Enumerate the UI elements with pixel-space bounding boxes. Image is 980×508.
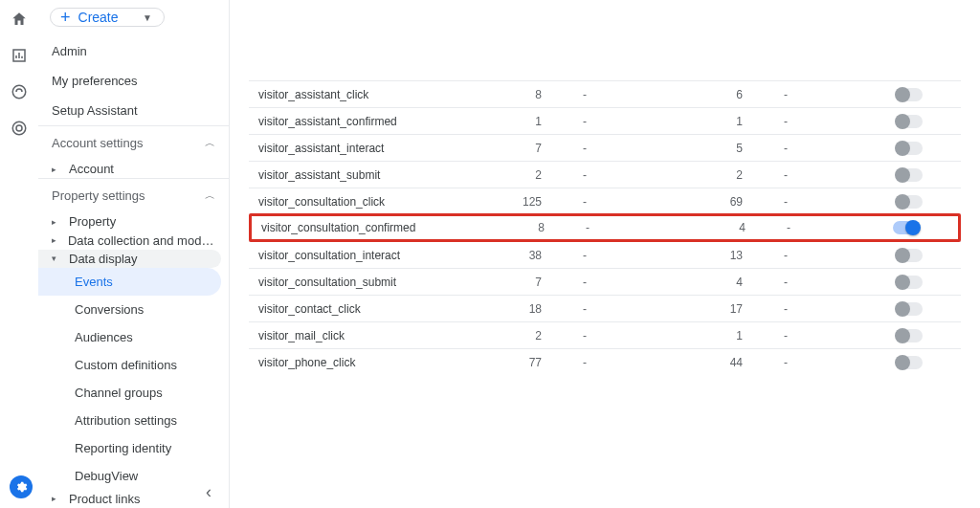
- event-change-1: -: [551, 356, 618, 369]
- nav-product-links[interactable]: ▸ Product links: [38, 490, 229, 508]
- mark-conversion-toggle[interactable]: [896, 168, 923, 182]
- event-change-1: -: [551, 115, 618, 128]
- home-icon[interactable]: [10, 10, 29, 29]
- mark-conversion-toggle[interactable]: [896, 115, 923, 128]
- event-name[interactable]: visitor_consultation_confirmed: [252, 221, 472, 234]
- table-row: visitor_mail_click2-1-: [249, 321, 961, 348]
- event-count-1: 7: [469, 142, 551, 155]
- event-change-1: -: [551, 249, 618, 262]
- nav-admin[interactable]: Admin: [38, 36, 229, 66]
- mark-conversion-toggle[interactable]: [896, 302, 923, 316]
- mark-conversion-toggle[interactable]: [896, 88, 923, 101]
- mark-conversion-toggle[interactable]: [896, 329, 923, 342]
- reports-icon[interactable]: [10, 46, 29, 65]
- event-name[interactable]: visitor_phone_click: [249, 356, 469, 369]
- table-row: visitor_assistant_interact7-5-: [249, 134, 961, 161]
- event-change-1: -: [551, 329, 618, 342]
- event-change-1: -: [554, 221, 621, 234]
- event-count-2: 17: [618, 302, 752, 316]
- mark-conversion-toggle[interactable]: [896, 142, 923, 155]
- nav-sub-attribution-settings[interactable]: Attribution settings: [38, 407, 229, 434]
- nav-my-preferences[interactable]: My preferences: [38, 66, 229, 96]
- property-settings-header[interactable]: Property settings ︿: [38, 178, 229, 212]
- dropdown-triangle-icon: ▼: [143, 12, 152, 23]
- event-change-1: -: [551, 195, 618, 209]
- account-settings-label: Account settings: [52, 136, 143, 150]
- mark-conversion-toggle[interactable]: [896, 195, 923, 209]
- mark-conversion-toggle[interactable]: [893, 221, 920, 234]
- event-change-2: -: [752, 88, 819, 101]
- event-name[interactable]: visitor_mail_click: [249, 329, 469, 342]
- event-change-2: -: [752, 195, 819, 209]
- event-change-1: -: [551, 88, 618, 101]
- nav-property[interactable]: ▸ Property: [38, 212, 229, 231]
- nav-sub-conversions[interactable]: Conversions: [38, 296, 229, 323]
- nav-sub-events[interactable]: Events: [38, 268, 221, 296]
- event-count-1: 1: [469, 115, 551, 128]
- caret-right-icon: ▸: [52, 165, 61, 174]
- event-change-1: -: [551, 142, 618, 155]
- event-change-2: -: [752, 249, 819, 262]
- caret-down-icon: ▾: [52, 254, 61, 263]
- event-change-2: -: [752, 142, 819, 155]
- nav-account[interactable]: ▸ Account: [38, 160, 229, 178]
- event-name[interactable]: visitor_assistant_submit: [249, 168, 469, 182]
- table-row: visitor_assistant_submit2-2-: [249, 161, 961, 188]
- main-content: visitor_assistant_click8-6-visitor_assis…: [230, 0, 980, 508]
- table-row: visitor_assistant_click8-6-: [249, 80, 961, 107]
- nav-sub-channel-groups[interactable]: Channel groups: [38, 379, 229, 407]
- event-count-2: 69: [618, 195, 752, 209]
- event-count-2: 1: [618, 329, 752, 342]
- event-name[interactable]: visitor_consultation_submit: [249, 276, 469, 289]
- event-change-2: -: [752, 329, 819, 342]
- svg-point-0: [12, 85, 26, 99]
- event-change-1: -: [551, 276, 618, 289]
- event-name[interactable]: visitor_assistant_interact: [249, 142, 469, 155]
- nav-sub-custom-definitions[interactable]: Custom definitions: [38, 351, 229, 379]
- svg-point-2: [16, 125, 22, 131]
- event-name[interactable]: visitor_assistant_confirmed: [249, 115, 469, 128]
- collapse-sidebar-icon[interactable]: ‹: [206, 482, 212, 502]
- mark-conversion-toggle[interactable]: [896, 276, 923, 289]
- event-count-1: 18: [469, 302, 551, 316]
- nav-sub-audiences[interactable]: Audiences: [38, 323, 229, 351]
- sidebar: + Create ▼ Admin My preferences Setup As…: [38, 0, 230, 508]
- event-count-2: 4: [621, 221, 755, 234]
- event-change-2: -: [752, 302, 819, 316]
- mark-conversion-toggle[interactable]: [896, 249, 923, 262]
- nav-sub-debugview[interactable]: DebugView: [38, 462, 229, 490]
- table-row: visitor_consultation_interact38-13-: [249, 241, 961, 268]
- event-count-2: 2: [618, 168, 752, 182]
- event-count-2: 6: [618, 88, 752, 101]
- table-row: visitor_contact_click18-17-: [249, 295, 961, 321]
- event-name[interactable]: visitor_assistant_click: [249, 88, 469, 101]
- event-count-1: 2: [469, 329, 551, 342]
- event-name[interactable]: visitor_consultation_interact: [249, 249, 469, 262]
- event-count-1: 8: [472, 221, 554, 234]
- advertising-icon[interactable]: [10, 119, 29, 138]
- event-count-1: 8: [469, 88, 551, 101]
- nav-setup-assistant[interactable]: Setup Assistant: [38, 96, 229, 125]
- mark-conversion-toggle[interactable]: [896, 356, 923, 369]
- create-label: Create: [78, 10, 119, 25]
- table-row: visitor_consultation_confirmed8-4-: [249, 213, 961, 242]
- event-change-2: -: [752, 115, 819, 128]
- account-settings-header[interactable]: Account settings ︿: [38, 125, 229, 160]
- event-change-2: -: [752, 168, 819, 182]
- explore-icon[interactable]: [10, 82, 29, 101]
- event-name[interactable]: visitor_contact_click: [249, 302, 469, 316]
- nav-data-collection[interactable]: ▸ Data collection and modifica...: [38, 231, 229, 249]
- event-name[interactable]: visitor_consultation_click: [249, 195, 469, 209]
- nav-data-display[interactable]: ▾ Data display: [38, 250, 221, 268]
- create-button[interactable]: + Create ▼: [50, 8, 165, 27]
- admin-gear-fab[interactable]: [10, 475, 33, 498]
- event-count-1: 7: [469, 276, 551, 289]
- event-change-2: -: [752, 276, 819, 289]
- nav-sub-reporting-identity[interactable]: Reporting identity: [38, 434, 229, 462]
- table-row: visitor_phone_click77-44-: [249, 348, 961, 375]
- event-count-1: 77: [469, 356, 551, 369]
- event-change-1: -: [551, 302, 618, 316]
- svg-point-1: [12, 121, 26, 135]
- plus-icon: +: [60, 9, 71, 26]
- event-count-2: 13: [618, 249, 752, 262]
